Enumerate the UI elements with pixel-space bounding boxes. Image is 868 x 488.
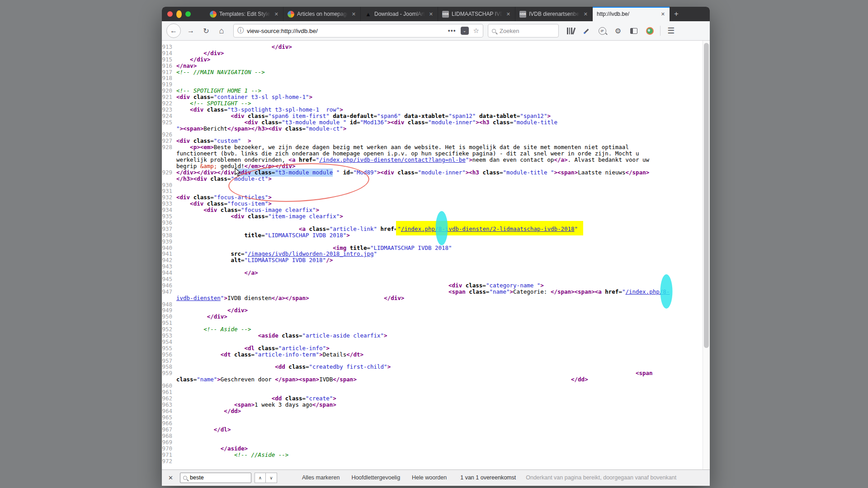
tab-5[interactable]: IVDBIVDB dierenartsenbeh✕ [515, 7, 592, 21]
line-number: 939 [162, 239, 172, 245]
tab-1[interactable]: Templates: Edit Style✕ [206, 7, 283, 21]
source-link[interactable]: /index.php/ [401, 221, 439, 235]
find-previous-button[interactable]: ∧ [255, 473, 266, 483]
url-text[interactable]: view-source:http://ivdb.be/ [247, 28, 443, 34]
vertical-scrollbar[interactable] [703, 41, 710, 469]
ip-lookup-icon[interactable]: IP [597, 25, 608, 36]
bookmark-star-icon[interactable]: ☆ [473, 27, 479, 35]
scrollbar-thumb[interactable] [704, 43, 709, 348]
eyedropper-icon[interactable] [581, 25, 592, 36]
zoom-window-button[interactable] [185, 11, 191, 17]
close-window-button[interactable] [167, 11, 173, 17]
find-input[interactable] [190, 474, 240, 481]
pocket-icon[interactable]: ⌄ [461, 27, 469, 35]
line-number: 920 [162, 88, 172, 94]
tab-close-icon[interactable]: ✕ [428, 10, 434, 18]
source-line: 970 </aside> [162, 446, 703, 452]
source-line: 940 <img title="LIDMAATSCHAP IVDB 2018" [162, 245, 703, 251]
tab-close-icon[interactable]: ✕ [505, 10, 512, 18]
line-number: 972 [162, 458, 172, 465]
tab-close-icon[interactable]: ✕ [582, 10, 589, 18]
line-number: 959 [162, 370, 172, 376]
find-option-3[interactable]: Hele woorden [412, 474, 447, 481]
source-link[interactable]: /index.php/ivdb-diensten/contact?lang=nl… [319, 156, 466, 163]
tab-3[interactable]: ▲Download - JoomlArt✕ [360, 7, 438, 21]
find-next-button[interactable]: ∨ [266, 473, 277, 483]
new-tab-button[interactable]: + [670, 7, 683, 21]
library-icon[interactable] [565, 25, 576, 36]
search-input[interactable]: Zoeken [488, 24, 559, 38]
cyan-marker-2[interactable]: 8- [663, 288, 670, 295]
joomlart-icon: ▲ [365, 11, 372, 18]
source-line: 965 [162, 414, 703, 421]
line-number: 924 [162, 113, 172, 119]
source-link[interactable]: ivdb-diensten/2-lidmaatschap-ivdb-2018 [445, 221, 575, 235]
line-number: 942 [162, 257, 172, 263]
find-option-1[interactable]: Alles markeren [302, 474, 340, 481]
tab-close-icon[interactable]: ✕ [660, 10, 666, 18]
source-line: 954 [162, 339, 703, 345]
source-line: 950 </div> [162, 314, 703, 320]
source-line: 915 </div> [162, 56, 703, 63]
cyan-marker-1[interactable]: 8- [439, 221, 445, 235]
source-link[interactable]: /index.php/ [625, 288, 663, 295]
source-view[interactable]: 913 </div>914 </div>915 </div>916</nav>9… [162, 41, 710, 469]
line-number: 916 [162, 63, 172, 69]
find-input-wrap[interactable] [180, 473, 251, 483]
tab-2[interactable]: Articles on homepage✕ [283, 7, 360, 21]
tab-title: http://ivdb.be/ [597, 11, 657, 17]
menu-icon[interactable]: ☰ [665, 25, 676, 36]
source-line: 926 [162, 131, 703, 138]
source-line: 966 [162, 420, 703, 427]
tab-4[interactable]: IVDBLIDMAATSCHAP IVDB✕ [438, 7, 515, 21]
minimize-window-button[interactable] [176, 10, 182, 18]
tab-title: LIDMAATSCHAP IVDB [452, 11, 502, 17]
tab-close-icon[interactable]: ✕ [350, 10, 357, 18]
mouse-cursor [235, 168, 241, 177]
tab-6[interactable]: http://ivdb.be/✕ [592, 7, 670, 21]
page-actions-icon[interactable]: ••• [448, 27, 456, 34]
browser-window: Templates: Edit Style✕Articles on homepa… [162, 7, 710, 486]
url-bar[interactable]: ⓘ view-source:http://ivdb.be/ ••• ⌄ ☆ [233, 24, 483, 38]
home-icon[interactable]: ⌂ [215, 24, 228, 37]
globe-icon[interactable] [644, 25, 655, 36]
source-line: 934 <div class="focus-image clearfix"> [162, 207, 703, 213]
source-code: 913 </div>914 </div>915 </div>916</nav>9… [162, 44, 703, 465]
forward-icon[interactable]: → [184, 24, 197, 37]
line-number: 927 [162, 138, 172, 144]
source-line: 917<!-- //MAIN NAVIGATION --> [162, 69, 703, 75]
source-line: 943 [162, 263, 703, 270]
sidebar-icon[interactable] [628, 25, 639, 36]
line-number: 932 [162, 194, 172, 201]
source-link[interactable]: /images/ivdb/lidworden-2018_intro.jpg [248, 250, 373, 257]
source-line: 951 [162, 320, 703, 326]
tab-close-icon[interactable]: ✕ [273, 10, 280, 18]
line-number: 933 [162, 201, 172, 207]
source-line: 948 [162, 301, 703, 308]
line-number: 966 [162, 420, 172, 427]
reload-icon[interactable]: ↻ [200, 24, 212, 37]
joomla-icon [210, 11, 217, 18]
find-close-icon[interactable]: ✕ [168, 474, 177, 481]
gear-icon[interactable]: ⚙ [613, 25, 623, 36]
source-line: 939 [162, 239, 703, 245]
source-line: 944 </a> [162, 270, 703, 276]
find-option-2[interactable]: Hoofdlettergevoelig [351, 474, 400, 481]
page-info-icon[interactable]: ⓘ [237, 27, 244, 35]
source-line: ivdb-diensten">IVDB diensten</a></span> … [162, 295, 703, 301]
line-number: 964 [162, 408, 172, 414]
line-number: 930 [162, 182, 172, 188]
toolbar-divider [660, 26, 660, 36]
line-number: 971 [162, 452, 172, 458]
line-number: 945 [162, 276, 172, 282]
source-line: "><span>Bericht</span></h3><div class="m… [162, 126, 703, 132]
search-icon [492, 29, 496, 33]
source-link[interactable]: ivdb-diensten [176, 295, 221, 301]
back-icon[interactable]: ← [166, 23, 181, 38]
line-number: 931 [162, 188, 172, 194]
source-line: 945 [162, 276, 703, 282]
line-number: 961 [162, 389, 172, 395]
source-line: 960 [162, 383, 703, 389]
line-number: 929 [162, 169, 172, 176]
line-number: 925 [162, 119, 172, 126]
